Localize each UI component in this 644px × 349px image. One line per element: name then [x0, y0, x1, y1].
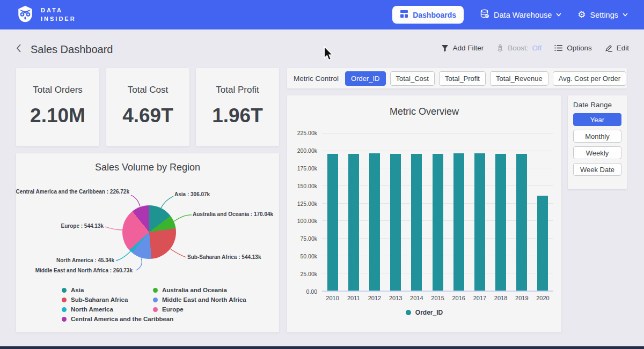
pie-callout-central-america-caribbean: Central America and the Caribbean : 226.… — [16, 189, 129, 195]
kpi-label: Total Cost — [128, 85, 169, 95]
back-button[interactable] — [14, 43, 24, 54]
pie-callout-europe: Europe : 544.13k — [61, 223, 104, 229]
bar-chart-columns — [322, 133, 553, 291]
sales-dashboard-page: DATA INSIDER Dashboards — [0, 0, 644, 349]
brand-text: DATA INSIDER — [41, 6, 76, 24]
legend-label: Order_ID — [415, 309, 443, 316]
filter-funnel-icon — [441, 44, 449, 52]
bar-chart-y-axis: 225.00k200.00k175.00k150.00k125.00k100.0… — [287, 133, 317, 292]
bar-chart-title: Metric Overview — [287, 106, 561, 117]
x-tick-label: 2019 — [511, 295, 532, 301]
bar-column — [427, 133, 448, 291]
options-button[interactable]: Options — [554, 44, 592, 52]
kpi-label: Total Profit — [216, 85, 259, 95]
navbar-menu: Dashboards Data Warehouse ⚙ — [392, 6, 628, 24]
chevron-down-icon — [623, 13, 628, 17]
y-tick-label: 125.00k — [297, 201, 317, 207]
settings-label: Settings — [590, 11, 618, 19]
pie-callout-north-america: North America : 45.34k — [56, 257, 114, 263]
top-navbar: DATA INSIDER Dashboards — [0, 0, 644, 29]
bar-column — [343, 133, 364, 291]
gear-icon: ⚙ — [577, 10, 586, 19]
add-filter-button[interactable]: Add Filter — [441, 44, 484, 52]
data-warehouse-menu[interactable]: Data Warehouse — [480, 9, 561, 20]
pie-callout-australia-oceania: Australia and Oceania : 170.04k — [193, 211, 273, 217]
bar-chart-legend: Order_ID — [287, 309, 561, 316]
pie-callout-sub-saharan-africa: Sub-Saharan Africa : 544.13k — [187, 254, 261, 260]
x-tick-label: 2012 — [364, 295, 385, 301]
x-tick-label: 2017 — [469, 295, 490, 301]
metric-button-total-profit[interactable]: Total_Profit — [439, 71, 486, 86]
x-tick-label: 2015 — [427, 295, 448, 301]
list-icon — [554, 44, 563, 51]
pie-chart — [122, 205, 176, 259]
y-tick-label: 200.00k — [297, 147, 317, 154]
kpi-value: 1.96T — [212, 105, 263, 127]
brand[interactable]: DATA INSIDER — [16, 4, 76, 26]
y-tick-label: 50.00k — [300, 253, 317, 259]
bar-2020 — [537, 196, 548, 291]
legend-label: Australia and Oceania — [162, 287, 227, 293]
y-tick-label: 175.00k — [297, 165, 317, 172]
x-tick-label: 2020 — [532, 295, 553, 301]
bar-column — [532, 133, 553, 291]
legend-label: Asia — [71, 287, 84, 293]
bar-2010 — [327, 154, 338, 291]
x-tick-label: 2018 — [491, 295, 511, 301]
kpi-card-total-profit: Total Profit 1.96T — [196, 68, 279, 146]
metric-button-total-cost[interactable]: Total_Cost — [390, 71, 435, 86]
legend-label: North America — [71, 306, 113, 313]
bar-column — [448, 133, 469, 291]
metric-overview-chart-card: Metric Overview 225.00k200.00k175.00k150… — [287, 95, 561, 332]
y-tick-label: 75.00k — [300, 235, 317, 242]
date-range-week-date-button[interactable]: Week Date — [573, 163, 621, 176]
pie-chart-title: Sales Volume by Region — [16, 162, 279, 173]
bottom-bar — [0, 346, 644, 349]
bar-2014 — [411, 154, 422, 291]
bar-column — [364, 133, 385, 291]
x-tick-label: 2013 — [385, 295, 406, 301]
boost-toggle[interactable]: Boost: Off — [496, 44, 541, 52]
pie-legend-item: Central America and the Caribbean — [62, 314, 173, 324]
bar-column — [491, 133, 511, 291]
pie-callout-middle-east-north-africa: Middle East and North Africa : 260.73k — [35, 268, 133, 273]
kpi-label: Total Orders — [33, 85, 83, 95]
dashboards-button[interactable]: Dashboards — [392, 6, 464, 24]
edit-button[interactable]: Edit — [605, 44, 629, 52]
date-range-label: Date Range — [573, 101, 621, 109]
mouse-cursor — [322, 46, 335, 61]
date-range-card: Date Range Year Monthly Weekly Week Date — [568, 95, 627, 189]
metric-button-total-revenue[interactable]: Total_Revenue — [490, 71, 548, 86]
metric-button-order-id[interactable]: Order_ID — [345, 71, 385, 86]
chevron-down-icon — [556, 13, 561, 17]
legend-dot — [62, 307, 67, 312]
brand-line1: DATA — [41, 6, 76, 15]
pie-callout-asia: Asia : 306.07k — [174, 191, 210, 197]
legend-dot — [153, 307, 158, 312]
brand-line2: INSIDER — [41, 15, 76, 24]
kpi-value: 4.69T — [122, 105, 173, 127]
metric-button-avg-cost-per-order[interactable]: Avg. Cost per Order — [553, 71, 626, 86]
pie-legend-item: Europe — [153, 305, 246, 314]
y-tick-label: 0.00 — [306, 288, 317, 295]
date-range-year-button[interactable]: Year — [573, 113, 621, 126]
x-tick-label: 2010 — [322, 295, 343, 301]
date-range-monthly-button[interactable]: Monthly — [573, 130, 621, 143]
bar-2013 — [390, 154, 401, 291]
dashboards-label: Dashboards — [413, 11, 456, 19]
legend-label: Middle East and North Africa — [162, 296, 246, 303]
date-range-weekly-button[interactable]: Weekly — [573, 146, 621, 159]
boost-label: Boost: — [508, 44, 528, 52]
y-tick-label: 100.00k — [297, 218, 317, 224]
page-title: Sales Dashboard — [31, 43, 113, 56]
settings-menu[interactable]: ⚙ Settings — [577, 10, 628, 19]
bar-column — [385, 133, 406, 291]
owl-logo-icon — [16, 4, 34, 26]
legend-label: Sub-Saharan Africa — [71, 296, 128, 303]
legend-dot — [153, 288, 158, 293]
dashboards-grid-icon — [400, 10, 408, 20]
pencil-icon — [605, 44, 613, 52]
pie-legend-column-2: Australia and OceaniaMiddle East and Nor… — [153, 285, 246, 314]
edit-label: Edit — [617, 44, 629, 52]
legend-dot — [62, 317, 67, 322]
